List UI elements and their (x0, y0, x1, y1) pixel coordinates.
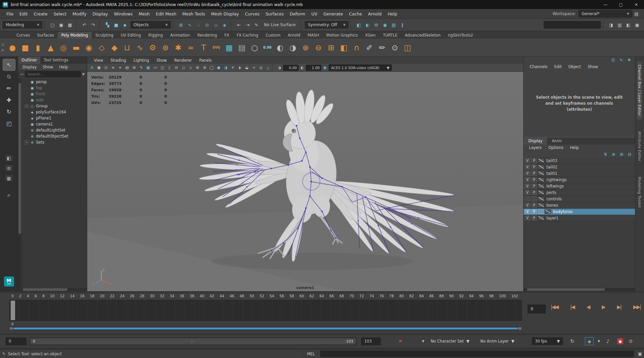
viewport-menu-lighting[interactable]: Lighting (130, 58, 152, 63)
new-scene-icon[interactable]: ▢ (48, 21, 57, 29)
timeline-tick[interactable]: 68 (339, 294, 344, 299)
timeline-tick[interactable]: 58 (289, 294, 294, 299)
wireframe-mode-icon[interactable]: ◯ (208, 64, 215, 71)
timeline-tick[interactable]: 64 (320, 294, 324, 299)
shelf-tab-advancedskeleton[interactable]: AdvancedSkeleton (401, 32, 444, 39)
layer-editor-menu-help[interactable]: Help (567, 145, 581, 150)
timeline-tick[interactable]: 84 (419, 294, 424, 299)
shelf-tab-sculpting[interactable]: Sculpting (92, 32, 117, 39)
timeline-tick[interactable]: 72 (360, 294, 364, 299)
pipe-primitive-icon[interactable]: ⊔ (121, 41, 133, 55)
render-settings-icon[interactable]: ⚙ (372, 21, 380, 29)
menu-surfaces[interactable]: Surfaces (263, 10, 287, 18)
outliner-toggle-icon[interactable]: ▣ (633, 21, 641, 29)
outliner-search-input[interactable] (25, 71, 81, 77)
command-line-input[interactable] (320, 351, 634, 357)
layer-playback-toggle[interactable]: P (531, 190, 537, 195)
grease-pencil-icon[interactable]: ✎ (138, 64, 145, 71)
single-pane-layout-icon[interactable]: ◧ (5, 154, 13, 162)
layer-color-swatch[interactable] (538, 177, 544, 182)
go-to-start-button[interactable]: |◀◀ (551, 304, 558, 310)
layer-color-swatch[interactable] (538, 190, 544, 195)
timeline-tick[interactable]: 16 (80, 294, 85, 299)
side-tab-modeling-toolkit[interactable]: Modeling Toolkit (637, 173, 642, 211)
channel-box-menu-object[interactable]: Object (566, 64, 584, 69)
hik-character-icon[interactable]: ☺ (610, 57, 616, 63)
layer-row-bones[interactable]: VPbones (524, 202, 635, 209)
outliner-item-top[interactable]: ▣top (21, 85, 87, 91)
play-forwards-button[interactable]: ▶ (602, 304, 605, 310)
plane-primitive-icon[interactable]: ▬ (70, 41, 83, 55)
svg-tool-icon[interactable]: SVG (210, 41, 223, 55)
command-language-toggle[interactable]: MEL (303, 351, 318, 357)
timeline-tick[interactable]: 0 (11, 294, 14, 299)
scrollbar-thumb[interactable] (18, 83, 21, 234)
viewport-menu-shading[interactable]: Shading (107, 58, 129, 63)
layer-visibility-toggle[interactable]: V (525, 177, 530, 182)
ambient-occlusion-icon[interactable]: ◒ (244, 64, 250, 71)
timeline-tick[interactable]: 86 (429, 294, 434, 299)
use-all-lights-icon[interactable]: ☀ (229, 64, 236, 71)
helix-primitive-icon[interactable]: ∿ (133, 41, 146, 55)
timeline-tick[interactable]: 40 (200, 294, 204, 299)
viewport-canvas[interactable]: Verts:2012900Edges:3977300Faces:1995800T… (87, 72, 523, 291)
timeline-tick[interactable]: 8 (42, 294, 45, 299)
playback-loop-icon[interactable]: ↻ (570, 338, 575, 344)
shelf-tab-xgen[interactable]: XGen (362, 32, 379, 39)
status-input-field[interactable] (544, 21, 601, 29)
gear-primitive-icon[interactable]: ⚙ (146, 41, 159, 55)
outliner-horizontal-scrollbar[interactable] (18, 288, 87, 291)
gate-mask-icon[interactable]: ▯ (166, 64, 173, 71)
layer-editor-tab-display[interactable]: Display (524, 138, 547, 145)
outliner-item-defaultobjectset[interactable]: ⊛defaultObjectSet (21, 133, 87, 139)
timeline-tick[interactable]: 26 (130, 294, 134, 299)
viewport-menu-panels[interactable]: Panels (196, 58, 215, 63)
layer-visibility-toggle[interactable]: V (525, 184, 530, 189)
timeline-track[interactable] (9, 300, 522, 321)
add-objects-to-layer-icon[interactable]: ⊕ (610, 151, 617, 157)
render-sequence-icon[interactable]: ▤ (389, 21, 398, 29)
shelf-tab-uv-editing[interactable]: UV Editing (117, 32, 145, 39)
select-camera-icon[interactable]: ▣ (96, 64, 102, 71)
hypershade-icon[interactable]: ◉ (381, 21, 389, 29)
menu-deform[interactable]: Deform (287, 10, 308, 18)
mute-audio-icon[interactable]: ♪ (606, 339, 609, 344)
menu-set-selector[interactable]: Modeling ▼ (3, 21, 42, 29)
textured-mode-icon[interactable]: ◑ (222, 64, 229, 71)
soccer-ball-primitive-icon[interactable]: ⊛ (159, 41, 172, 55)
select-component-icon[interactable]: ▪ (121, 21, 129, 29)
menu-mesh[interactable]: Mesh (136, 10, 153, 18)
range-drag-handle[interactable]: :: (191, 339, 195, 344)
safe-title-icon[interactable]: ▫ (187, 64, 194, 71)
outliner-item-defaultlightset[interactable]: ⊛defaultLightSet (21, 127, 87, 133)
timeline-tick[interactable]: 44 (220, 294, 224, 299)
bookmark-panel-icon[interactable]: ⚑ (626, 57, 632, 63)
snap-grid-icon[interactable]: ⊞ (177, 21, 185, 29)
color-management-icon[interactable]: ◉ (322, 64, 328, 71)
viewport-menu-view[interactable]: View (91, 58, 106, 63)
outliner-menu-help[interactable]: Help (57, 65, 70, 69)
paint-select-tool-icon[interactable]: ✏ (3, 83, 15, 94)
shaded-mode-icon[interactable]: ● (215, 64, 222, 71)
timeline-tick[interactable]: 24 (120, 294, 124, 299)
timeline-tick[interactable]: 28 (140, 294, 144, 299)
construction-history-icon[interactable]: ✎ (252, 21, 261, 29)
symmetry-selector[interactable]: Symmetry: Off ▼ (305, 21, 348, 29)
snap-point-icon[interactable]: ∴ (194, 21, 203, 29)
shelf-tab-curves[interactable]: Curves (13, 32, 34, 39)
film-gate-icon[interactable]: ▭ (152, 64, 159, 71)
menu-edit[interactable]: Edit (16, 10, 31, 18)
frame-all-icon[interactable]: ⊠ (194, 64, 201, 71)
open-scene-icon[interactable]: ▣ (57, 21, 65, 29)
timeline-tick[interactable]: 46 (230, 294, 234, 299)
outliner-tab-tool-settings[interactable]: Tool Settings (40, 57, 71, 64)
outliner-item-persp[interactable]: ▣persp (21, 79, 87, 85)
sweep-mesh-icon[interactable]: ≈ (184, 41, 197, 55)
layer-row-leftwings[interactable]: VPleftwings (524, 183, 635, 190)
lock-camera-icon[interactable]: ⊡ (103, 64, 109, 71)
polygon-type-icon[interactable]: T (197, 41, 210, 55)
layer-playback-toggle[interactable]: P (531, 209, 537, 214)
anti-aliasing-icon[interactable]: ≈ (251, 64, 257, 71)
maximize-button[interactable]: ▢ (613, 0, 629, 9)
shelf-tab-arnold[interactable]: Arnold (284, 32, 304, 39)
